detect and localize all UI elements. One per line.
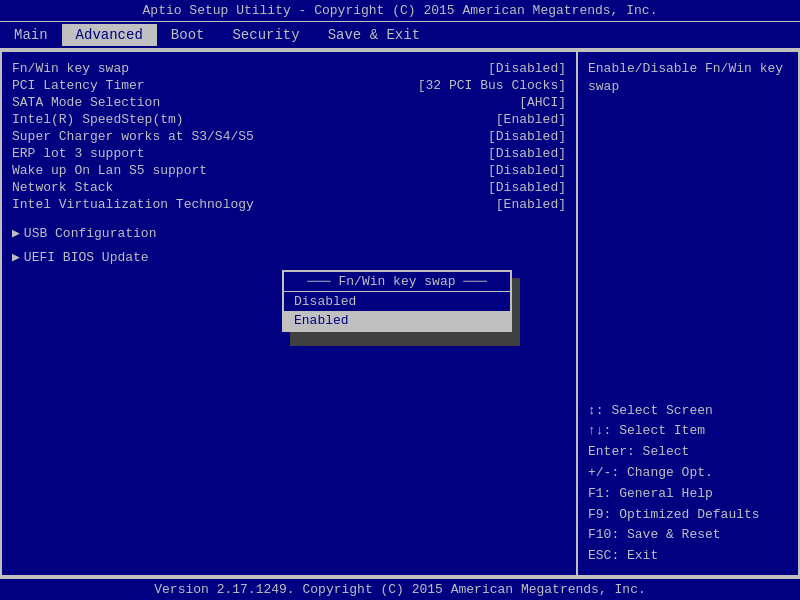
menu-item-main[interactable]: Main [0, 24, 62, 46]
setting-value: [Enabled] [496, 197, 566, 212]
key-hint: ↕: Select Screen [588, 401, 788, 422]
section-label: UEFI BIOS Update [24, 250, 149, 265]
setting-value: [Disabled] [488, 163, 566, 178]
menu-item-advanced[interactable]: Advanced [62, 24, 157, 46]
setting-row[interactable]: Intel Virtualization Technology[Enabled] [12, 196, 566, 213]
app: Aptio Setup Utility - Copyright (C) 2015… [0, 0, 800, 600]
setting-row[interactable]: Network Stack[Disabled] [12, 179, 566, 196]
setting-row[interactable]: Super Charger works at S3/S4/S5[Disabled… [12, 128, 566, 145]
section-arrow: ▶ [12, 249, 20, 265]
setting-row[interactable]: SATA Mode Selection[AHCI] [12, 94, 566, 111]
setting-value: [Disabled] [488, 146, 566, 161]
setting-name: Wake up On Lan S5 support [12, 163, 207, 178]
dropdown-title: Fn/Win key swap [284, 272, 510, 292]
setting-row[interactable]: PCI Latency Timer[32 PCI Bus Clocks] [12, 77, 566, 94]
menu-bar: MainAdvancedBootSecuritySave & Exit [0, 22, 800, 50]
setting-name: SATA Mode Selection [12, 95, 160, 110]
setting-value: [32 PCI Bus Clocks] [418, 78, 566, 93]
menu-item-save---exit[interactable]: Save & Exit [314, 24, 434, 46]
key-hints: ↕: Select Screen↑↓: Select ItemEnter: Se… [588, 401, 788, 567]
section-arrow: ▶ [12, 225, 20, 241]
title-bar: Aptio Setup Utility - Copyright (C) 2015… [0, 0, 800, 22]
menu-item-security[interactable]: Security [218, 24, 313, 46]
key-hint: Enter: Select [588, 442, 788, 463]
main-content: Fn/Win key swap[Disabled]PCI Latency Tim… [0, 50, 800, 577]
footer-text: Version 2.17.1249. Copyright (C) 2015 Am… [154, 582, 645, 597]
menu-item-boot[interactable]: Boot [157, 24, 219, 46]
left-panel: Fn/Win key swap[Disabled]PCI Latency Tim… [2, 52, 578, 575]
setting-row[interactable]: Intel(R) SpeedStep(tm)[Enabled] [12, 111, 566, 128]
key-hint: F10: Save & Reset [588, 525, 788, 546]
key-hint: F9: Optimized Defaults [588, 505, 788, 526]
setting-name: ERP lot 3 support [12, 146, 145, 161]
key-hint: +/-: Change Opt. [588, 463, 788, 484]
key-hint: ESC: Exit [588, 546, 788, 567]
setting-value: [Disabled] [488, 129, 566, 144]
section-label: USB Configuration [24, 226, 157, 241]
footer: Version 2.17.1249. Copyright (C) 2015 Am… [0, 577, 800, 600]
right-panel: Enable/Disable Fn/Win key swap ↕: Select… [578, 52, 798, 575]
help-text: Enable/Disable Fn/Win key swap [588, 60, 788, 96]
setting-name: Intel Virtualization Technology [12, 197, 254, 212]
setting-value: [AHCI] [519, 95, 566, 110]
dropdown-option[interactable]: Enabled [284, 311, 510, 330]
section-header[interactable]: ▶USB Configuration [12, 221, 566, 245]
key-hint: F1: General Help [588, 484, 788, 505]
setting-name: Network Stack [12, 180, 113, 195]
setting-value: [Enabled] [496, 112, 566, 127]
dropdown-popup[interactable]: Fn/Win key swap DisabledEnabled [282, 270, 512, 332]
setting-row[interactable]: Fn/Win key swap[Disabled] [12, 60, 566, 77]
setting-name: PCI Latency Timer [12, 78, 145, 93]
setting-row[interactable]: ERP lot 3 support[Disabled] [12, 145, 566, 162]
setting-name: Super Charger works at S3/S4/S5 [12, 129, 254, 144]
setting-name: Fn/Win key swap [12, 61, 129, 76]
title-text: Aptio Setup Utility - Copyright (C) 2015… [143, 3, 658, 18]
setting-name: Intel(R) SpeedStep(tm) [12, 112, 184, 127]
setting-value: [Disabled] [488, 61, 566, 76]
setting-row[interactable]: Wake up On Lan S5 support[Disabled] [12, 162, 566, 179]
setting-value: [Disabled] [488, 180, 566, 195]
section-header[interactable]: ▶UEFI BIOS Update [12, 245, 566, 269]
key-hint: ↑↓: Select Item [588, 421, 788, 442]
dropdown-option[interactable]: Disabled [284, 292, 510, 311]
